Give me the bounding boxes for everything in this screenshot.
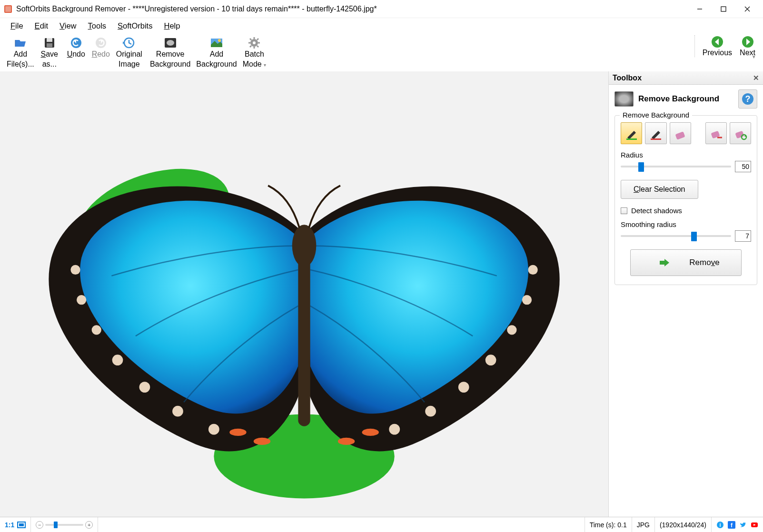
smoothing-slider[interactable] [621,235,731,237]
add-background-button[interactable]: AddBackground [193,35,239,70]
info-icon[interactable]: i [716,521,724,529]
svg-rect-3 [721,7,726,11]
redo-icon [94,36,108,49]
arrow-left-icon [711,35,724,49]
svg-point-15 [218,39,221,42]
undo-icon [69,36,83,49]
status-dimensions: (1920x1440/24) [655,517,712,532]
twitter-icon[interactable] [739,521,747,529]
button-label: Clear Selection [634,185,685,194]
svg-line-23 [257,46,258,47]
toolbar-label: Saveas... [41,49,58,69]
main-area: Toolbox ✕ Remove Background ? Remove Bac… [0,71,763,517]
menu-view[interactable]: View [55,20,81,32]
maximize-button[interactable] [712,1,735,17]
fit-screen-icon [17,522,26,528]
zoom-ratio-label: 1:1 [5,521,14,529]
batch-mode-button[interactable]: BatchMode ▾ [240,35,269,70]
detect-shadows-checkbox[interactable] [621,207,627,214]
svg-point-48 [338,438,355,445]
group-label: Remove Background [620,111,692,119]
remove-button[interactable]: Remove [630,249,742,276]
svg-point-43 [425,406,436,417]
svg-rect-7 [47,38,52,42]
toolbar-label: AddFile(s)... [7,49,34,69]
previous-button[interactable]: Previous [703,35,732,57]
menu-bar: File Edit View Tools SoftOrbits Help [0,18,763,33]
radius-input[interactable] [735,161,751,172]
svg-point-45 [229,429,246,436]
toolbar-label: Redo [92,49,110,59]
svg-line-25 [250,46,251,47]
svg-point-38 [528,265,537,275]
svg-point-32 [77,296,86,305]
youtube-icon[interactable] [751,521,758,529]
clear-selection-button[interactable]: Clear Selection [621,180,698,199]
close-button[interactable] [735,1,759,17]
app-icon [4,5,12,13]
zoom-in-button[interactable]: + [85,521,93,529]
red-marker-tool[interactable] [645,122,666,144]
menu-file[interactable]: File [6,20,28,32]
image-canvas[interactable] [0,71,608,517]
svg-point-34 [112,355,123,366]
minimize-button[interactable] [688,1,712,17]
toolbar-label: RemoveBackground [150,49,190,69]
svg-rect-54 [651,138,661,140]
reselect-tool[interactable] [730,122,751,144]
menu-help[interactable]: Help [159,20,185,32]
toolbar-label: AddBackground [196,49,237,69]
deselect-tool[interactable] [705,122,727,144]
undo-button[interactable]: Undo [64,35,89,60]
svg-rect-50 [298,258,310,426]
menu-softorbits[interactable]: SoftOrbits [113,20,157,32]
add-files-button[interactable]: AddFile(s)... [4,35,37,70]
remove-background-group: Remove Background [614,115,757,285]
original-image-button[interactable]: OriginalImage [113,35,145,70]
svg-point-33 [92,325,101,335]
svg-text:i: i [719,522,721,528]
smoothing-input[interactable] [735,230,751,242]
redo-button[interactable]: Redo [89,35,113,60]
svg-rect-53 [626,138,637,140]
svg-point-36 [172,406,183,417]
toolbar-overflow-icon[interactable]: ▾ [753,54,755,60]
toolbox-close-button[interactable]: ✕ [753,74,759,82]
remove-background-button[interactable]: RemoveBackground [147,35,193,70]
zoom-out-button[interactable]: − [36,521,43,529]
toolbar-nav: Previous Next ▾ [694,35,755,57]
status-bar: 1:1 − + Time (s): 0.1 JPG (1920x1440/24)… [0,517,763,532]
panel-thumbnail-icon [614,91,634,107]
gear-icon [248,36,261,49]
floppy-icon [43,36,56,49]
main-toolbar: AddFile(s)... Saveas... Undo Redo Origin… [0,33,763,71]
help-button[interactable]: ? [738,89,757,108]
svg-rect-8 [47,43,52,47]
radius-slider[interactable] [621,166,731,167]
save-as-button[interactable]: Saveas... [37,35,62,70]
zoom-ratio-button[interactable]: 1:1 [0,517,31,532]
button-label: Remove [689,258,719,267]
toolbox-header: Toolbox ✕ [609,71,763,85]
eraser-minus-icon [709,126,723,140]
window-title: SoftOrbits Background Remover - ****Unre… [16,5,688,13]
facebook-icon[interactable]: f [728,521,735,529]
menu-tools[interactable]: Tools [83,20,111,32]
toolbox-panel: Toolbox ✕ Remove Background ? Remove Bac… [608,71,763,517]
svg-rect-61 [19,523,24,526]
toolbar-label: OriginalImage [116,49,142,69]
green-marker-tool[interactable] [621,122,642,144]
history-icon [122,36,136,49]
menu-edit[interactable]: Edit [30,20,53,32]
zoom-slider[interactable] [45,524,83,526]
svg-point-46 [254,438,270,445]
eraser-refresh-icon [733,126,747,140]
title-bar: SoftOrbits Background Remover - ****Unre… [0,0,763,18]
folder-open-icon [14,36,27,49]
eraser-tool[interactable] [670,122,691,144]
svg-point-42 [458,382,469,393]
svg-point-41 [486,355,496,366]
toolbar-label: Previous [703,49,732,57]
picture-icon [210,36,223,49]
radius-label: Radius [621,151,751,159]
